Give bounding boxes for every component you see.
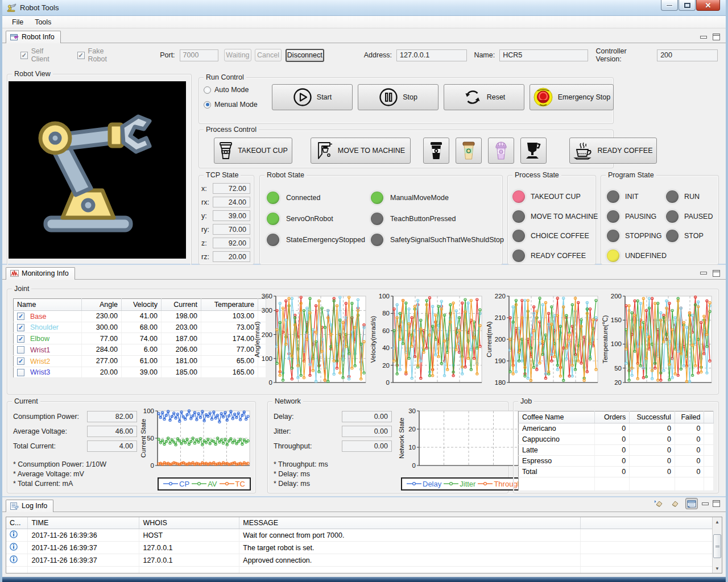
job-cell: 0: [675, 423, 704, 434]
info-icon: [10, 555, 18, 563]
svg-text:Angle(mrad): Angle(mrad): [254, 321, 260, 357]
americano-cup-button[interactable]: [423, 138, 449, 164]
metric-field-row: Consumption Power:82.00: [13, 411, 137, 422]
clear-log-icon[interactable]: [652, 498, 665, 509]
window-close-button[interactable]: ✕: [696, 0, 720, 11]
erase-log-icon[interactable]: [669, 498, 681, 509]
ready-coffee-button[interactable]: READY COFFEE: [569, 138, 657, 164]
legend-marker-icon: [192, 481, 206, 486]
cancel-button[interactable]: Cancel: [255, 49, 282, 61]
panel-maximize-icon[interactable]: [713, 34, 720, 40]
address-input[interactable]: 127.0.0.1: [396, 49, 467, 61]
waiting-button[interactable]: Waiting: [224, 49, 252, 61]
tcp-field-row: rx:24.00: [201, 197, 250, 207]
panel-maximize-icon[interactable]: [713, 500, 720, 507]
job-col-header: Coffee Name: [519, 411, 595, 423]
led-label: READY COFFEE: [531, 252, 586, 260]
menu-tools[interactable]: Tools: [30, 17, 56, 27]
job-cell: 0: [630, 455, 675, 466]
metric-label: Consumption Power:: [13, 413, 82, 421]
move-to-machine-button[interactable]: MOVE TO MACHINE: [311, 138, 411, 164]
log-whois-cell: HOST: [139, 529, 239, 542]
job-col-header: Successful: [630, 411, 675, 423]
joint-checkbox-elbow[interactable]: ✓: [17, 335, 24, 343]
svg-text:10: 10: [408, 444, 416, 451]
joint-checkbox-base[interactable]: ✓: [17, 313, 24, 320]
job-table-row[interactable]: Latte000: [519, 444, 714, 455]
start-button[interactable]: Start: [272, 84, 353, 110]
joint-checkbox-shoulder[interactable]: ✓: [17, 324, 24, 331]
status-led-icon: [607, 190, 619, 203]
tcp-field-row: rz:20.00: [201, 251, 250, 262]
info-icon: [10, 543, 18, 551]
self-client-checkbox[interactable]: ✓: [20, 52, 28, 59]
window-bottom-border: [2, 577, 726, 582]
disconnect-button[interactable]: Disconnect: [286, 49, 324, 62]
joint-table-row[interactable]: ✓Wrist2277.0061.00181.0065.00: [14, 355, 266, 367]
tab-robot-info[interactable]: Robot Info: [6, 31, 61, 43]
scroll-down-arrow[interactable]: ▼: [713, 564, 722, 573]
tab-log-info[interactable]: Log Info: [6, 500, 53, 512]
process-state-group: Process State TAKEOUT CUPMOVE TO MACHINE…: [507, 175, 596, 265]
stop-button[interactable]: Stop: [358, 84, 439, 110]
window-minimize-button[interactable]: [661, 0, 678, 11]
tab-monitoring-info[interactable]: Monitoring Info: [6, 267, 75, 280]
detail-view-toggle[interactable]: [685, 498, 698, 509]
joint-table-row[interactable]: Wrist320.0039.00185.00165.00: [14, 367, 266, 378]
current-chart: 180190200210220Current(mA): [485, 292, 601, 389]
svg-text:200: 200: [262, 331, 272, 338]
joint-table-row[interactable]: Wrist1284.006.00206.0077.00: [14, 344, 266, 356]
job-table-row[interactable]: Cappuccino000: [519, 434, 714, 444]
joint-col-header: Name: [14, 298, 82, 310]
controller-version-input[interactable]: 200: [657, 49, 718, 61]
joint-table-row[interactable]: ✓Elbow77.0074.00187.00174.00: [14, 333, 266, 344]
job-col-header: Orders: [595, 411, 630, 423]
joint-table-row[interactable]: ✓Base230.0041.00198.00103.00: [14, 310, 266, 322]
svg-text:20: 20: [408, 426, 416, 433]
robot-info-panel: Robot Info ✓ Self Client ✓ Fake Robot Po…: [2, 28, 726, 265]
job-table-row[interactable]: Americano000: [519, 423, 714, 434]
window-maximize-button[interactable]: [679, 0, 696, 11]
joint-value-cell: 181.00: [162, 355, 201, 367]
job-cell: 0: [675, 466, 704, 477]
panel-minimize-icon[interactable]: [700, 36, 707, 39]
latte-cup-button[interactable]: [488, 138, 514, 164]
led-stateemergencystopped: StateEmergencyStopped: [267, 229, 366, 250]
joint-table-row[interactable]: ✓Shoulder300.0068.00203.0073.00: [14, 322, 266, 333]
joint-name: Shoulder: [30, 323, 59, 331]
led-label: INIT: [625, 193, 639, 201]
log-table-row[interactable]: 2017-11-26 16:39:36HOSTWait for connect …: [6, 529, 715, 542]
manual-mode-radio[interactable]: Menual Mode: [204, 101, 258, 109]
reset-button[interactable]: Reset: [444, 84, 524, 110]
menu-file[interactable]: File: [7, 17, 28, 27]
panel-minimize-icon[interactable]: [700, 272, 707, 275]
svg-text:0: 0: [412, 462, 416, 469]
panel-maximize-icon[interactable]: [713, 270, 720, 277]
menu-bar: File Tools: [2, 16, 726, 28]
port-input[interactable]: 7000: [180, 49, 218, 61]
tcp-value-field: 20.00: [213, 251, 250, 262]
log-table-row[interactable]: 2017-11-26 16:39:37127.0.0.1Approved con…: [6, 554, 715, 567]
joint-value-cell: 187.00: [162, 333, 201, 344]
log-table-row[interactable]: 2017-11-26 16:39:37127.0.0.1The target r…: [6, 542, 715, 554]
joint-checkbox-wrist1[interactable]: [17, 346, 24, 354]
joint-checkbox-wrist2[interactable]: ✓: [17, 357, 24, 365]
panel-minimize-icon[interactable]: [702, 502, 709, 505]
espresso-mug-button[interactable]: [520, 138, 547, 164]
joint-name-cell: ✓Elbow: [14, 333, 82, 344]
auto-mode-radio[interactable]: Auto Mode: [204, 86, 258, 94]
log-scrollbar[interactable]: ▲ ▼: [712, 517, 722, 573]
name-input[interactable]: HCR5: [499, 49, 588, 61]
emergency-stop-button[interactable]: Emergency Stop: [530, 84, 614, 110]
fake-robot-checkbox[interactable]: ✓: [77, 52, 85, 59]
scroll-up-arrow[interactable]: ▲: [713, 517, 722, 526]
log-time-cell: 2017-11-26 16:39:37: [28, 554, 139, 567]
job-table-row[interactable]: Total000: [519, 466, 714, 477]
cappuccino-cup-button[interactable]: [456, 138, 482, 164]
scroll-thumb[interactable]: [713, 534, 721, 558]
takeout-cup-button[interactable]: TAKEOUT CUP: [214, 138, 292, 164]
job-table-row[interactable]: Espresso000: [519, 455, 714, 466]
title-bar[interactable]: Robot Tools ✕: [2, 0, 726, 16]
led-move-to-machine: MOVE TO MACHINE: [512, 207, 598, 227]
joint-checkbox-wrist3[interactable]: [17, 369, 24, 376]
